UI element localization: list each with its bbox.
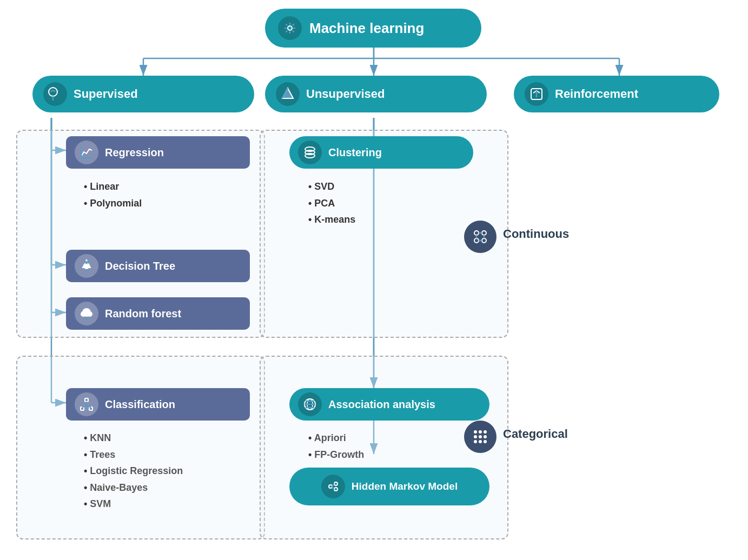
random-forest-node: Random forest: [66, 297, 250, 330]
svg-rect-48: [89, 407, 92, 410]
supervised-node: Supervised: [32, 76, 254, 112]
svg-point-19: [288, 26, 292, 30]
svg-point-40: [474, 238, 479, 243]
diagram: Machine learning Supervised Unsupervised: [0, 0, 748, 560]
svg-rect-46: [85, 398, 88, 402]
bullet-kmeans: K-means: [308, 211, 355, 228]
svg-point-61: [479, 430, 482, 434]
bullet-fpgrowth: FP-Growth: [308, 446, 364, 463]
classification-bullets: KNN Trees Logistic Regression Naive-Baye…: [84, 430, 183, 512]
association-analysis-node: Association analysis: [289, 388, 489, 421]
bullet-pca: PCA: [308, 195, 355, 212]
supervised-label: Supervised: [74, 87, 138, 101]
regression-node: Regression: [66, 136, 250, 169]
decision-tree-node: Decision Tree: [66, 250, 250, 282]
svg-point-63: [474, 435, 477, 438]
svg-point-59: [334, 488, 337, 491]
clustering-label: Clustering: [328, 146, 382, 159]
svg-point-67: [479, 440, 482, 443]
decision-tree-icon: [75, 254, 98, 278]
svg-point-60: [474, 430, 477, 434]
svg-point-58: [334, 482, 337, 485]
regression-icon: [75, 141, 98, 164]
bullet-knn: KNN: [84, 430, 183, 446]
classification-icon: [75, 392, 98, 416]
svg-marker-22: [282, 88, 293, 98]
supervised-icon: [43, 82, 67, 106]
decision-tree-label: Decision Tree: [105, 260, 175, 272]
association-bullets: Apriori FP-Growth: [308, 430, 364, 463]
categorical-label: Categorical: [503, 427, 568, 441]
hidden-markov-icon: [321, 475, 345, 498]
reinforcement-label: Reinforcement: [555, 87, 638, 101]
bullet-svd: SVD: [308, 178, 355, 195]
svg-point-41: [482, 238, 486, 243]
random-forest-label: Random forest: [105, 308, 181, 320]
root-label: Machine learning: [309, 20, 424, 37]
svg-point-57: [329, 485, 332, 488]
svg-point-66: [474, 440, 477, 443]
svg-point-34: [87, 311, 92, 317]
clustering-bullets: SVD PCA K-means: [308, 178, 355, 228]
svg-point-33: [81, 311, 86, 317]
clustering-icon: [298, 141, 322, 164]
reinforcement-node: Reinforcement: [514, 76, 719, 112]
bullet-apriori: Apriori: [308, 430, 364, 446]
svg-point-30: [84, 264, 89, 269]
bullet-linear: Linear: [84, 178, 142, 195]
svg-point-65: [484, 435, 487, 438]
svg-line-51: [87, 406, 91, 407]
svg-rect-47: [81, 407, 84, 410]
svg-point-38: [474, 231, 479, 235]
bullet-svm: SVM: [84, 496, 183, 512]
bullet-logistic: Logistic Regression: [84, 463, 183, 479]
clustering-node: Clustering: [289, 136, 473, 169]
bullet-polynomial: Polynomial: [84, 195, 142, 212]
svg-point-64: [479, 435, 482, 438]
classification-node: Classification: [66, 388, 250, 421]
svg-point-68: [484, 440, 487, 443]
unsupervised-node: Unsupervised: [265, 76, 487, 112]
bullet-naive-bayes: Naive-Bayes: [84, 479, 183, 496]
classification-label: Classification: [105, 398, 175, 411]
unsupervised-label: Unsupervised: [306, 87, 385, 101]
hidden-markov-node: Hidden Markov Model: [289, 468, 489, 505]
hidden-markov-label: Hidden Markov Model: [352, 481, 458, 492]
regression-label: Regression: [105, 146, 164, 159]
continuous-icon: [464, 221, 497, 253]
root-icon: [278, 16, 302, 40]
association-icon: [298, 392, 322, 416]
svg-point-39: [482, 231, 486, 235]
unsupervised-icon: [276, 82, 300, 106]
random-forest-icon: [75, 302, 98, 325]
continuous-label: Continuous: [503, 227, 569, 241]
reinforcement-icon: [525, 82, 548, 106]
svg-point-20: [49, 88, 57, 96]
association-analysis-label: Association analysis: [328, 398, 435, 411]
categorical-icon: [464, 421, 497, 453]
regression-bullets: Linear Polynomial: [84, 178, 142, 211]
bullet-trees: Trees: [84, 446, 183, 463]
svg-point-62: [484, 430, 487, 434]
svg-line-50: [82, 406, 87, 407]
root-node: Machine learning: [265, 9, 481, 48]
